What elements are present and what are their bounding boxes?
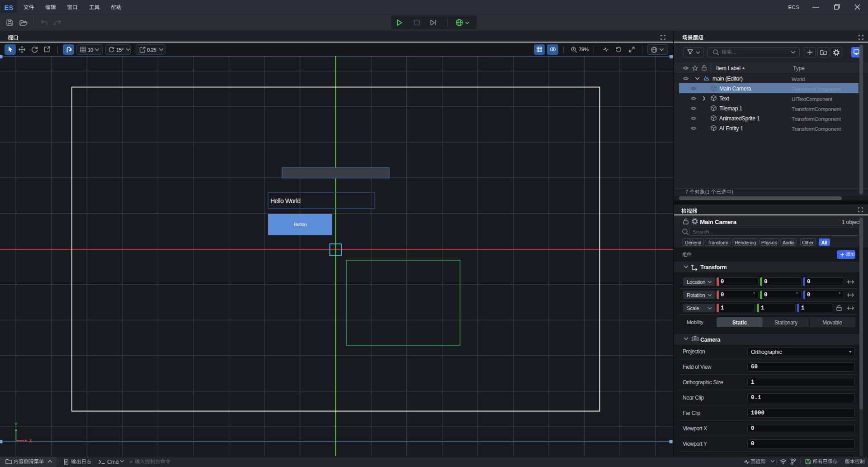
svg-text:Button: Button <box>294 222 307 227</box>
svg-text:Hello World: Hello World <box>270 197 301 205</box>
svg-text:X: X <box>29 438 33 443</box>
svg-text:Y: Y <box>14 422 18 427</box>
